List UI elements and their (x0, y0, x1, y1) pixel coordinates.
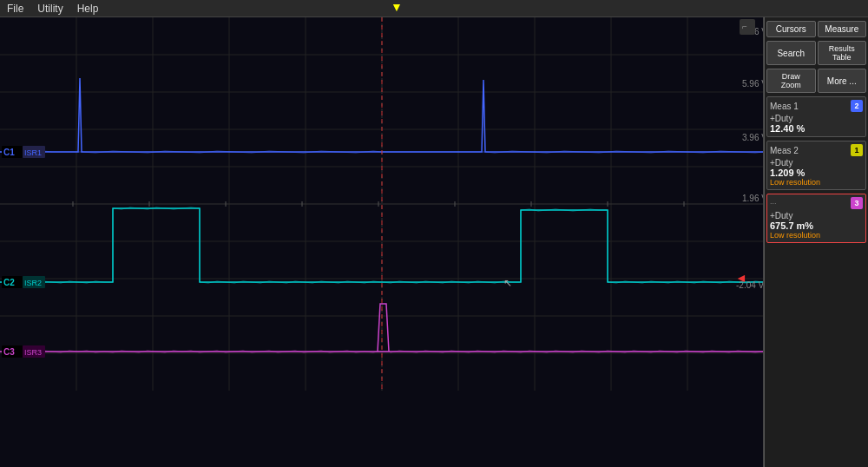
trigger-position-indicator: ▼ (391, 0, 403, 14)
menu-utility[interactable]: Utility (37, 3, 62, 15)
meas2-type: +Duty (770, 158, 863, 168)
meas2-note: Low resolution (770, 178, 863, 187)
svg-text:3.96 V: 3.96 V (742, 133, 763, 142)
svg-text:ISR3: ISR3 (24, 348, 42, 357)
meas1-value: 12.40 % (770, 123, 863, 134)
right-panel: Cursors Measure Search ResultsTable Draw… (764, 17, 868, 467)
svg-text:ISR2: ISR2 (24, 279, 42, 287)
meas3-dots: ··· (770, 199, 777, 207)
menu-help[interactable]: Help (77, 3, 99, 15)
menu-bar: File Utility Help ▼ (0, 0, 868, 17)
svg-text:ISR1: ISR1 (24, 148, 42, 157)
meas2-channel-badge: 1 (851, 144, 863, 156)
measurement-1: Meas 1 2 +Duty 12.40 % (766, 96, 866, 137)
meas3-type: +Duty (770, 211, 863, 220)
svg-text:C3: C3 (3, 347, 15, 357)
oscilloscope-grid: 7.96 V 5.96 V 3.96 V 1.96 V -2.04 V C1 I… (0, 17, 763, 467)
svg-text:1.96 V: 1.96 V (742, 194, 763, 203)
results-table-button[interactable]: ResultsTable (818, 41, 867, 65)
meas1-title: Meas 1 (770, 102, 799, 111)
meas2-value: 1.209 % (770, 168, 863, 178)
menu-file[interactable]: File (7, 3, 23, 15)
draw-zoom-button[interactable]: DrawZoom (766, 69, 816, 93)
measure-button[interactable]: Measure (818, 21, 867, 37)
svg-text:↖: ↖ (503, 277, 512, 289)
svg-text:◄: ◄ (735, 271, 747, 285)
measurement-2: Meas 2 1 +Duty 1.209 % Low resolution (766, 141, 866, 190)
svg-text:C1: C1 (3, 148, 15, 157)
more-button[interactable]: More ... (818, 69, 867, 93)
svg-text:⌐: ⌐ (742, 22, 747, 31)
meas3-note: Low resolution (770, 231, 863, 240)
svg-text:5.96 V: 5.96 V (742, 79, 763, 89)
meas3-value: 675.7 m% (770, 220, 863, 231)
meas2-title: Meas 2 (770, 146, 799, 155)
meas1-type: +Duty (770, 114, 863, 123)
second-button-row: Search ResultsTable (766, 41, 866, 65)
search-button[interactable]: Search (766, 41, 816, 65)
scope-screen: 7.96 V 5.96 V 3.96 V 1.96 V -2.04 V C1 I… (0, 17, 764, 467)
svg-text:C2: C2 (3, 278, 15, 287)
meas3-channel-badge: 3 (851, 197, 863, 209)
cursors-button[interactable]: Cursors (766, 21, 816, 37)
meas1-channel-badge: 2 (851, 100, 863, 112)
third-button-row: DrawZoom More ... (766, 69, 866, 93)
top-button-row: Cursors Measure (766, 21, 866, 37)
measurement-3: ··· 3 +Duty 675.7 m% Low resolution (766, 194, 866, 243)
main-layout: 7.96 V 5.96 V 3.96 V 1.96 V -2.04 V C1 I… (0, 17, 868, 467)
